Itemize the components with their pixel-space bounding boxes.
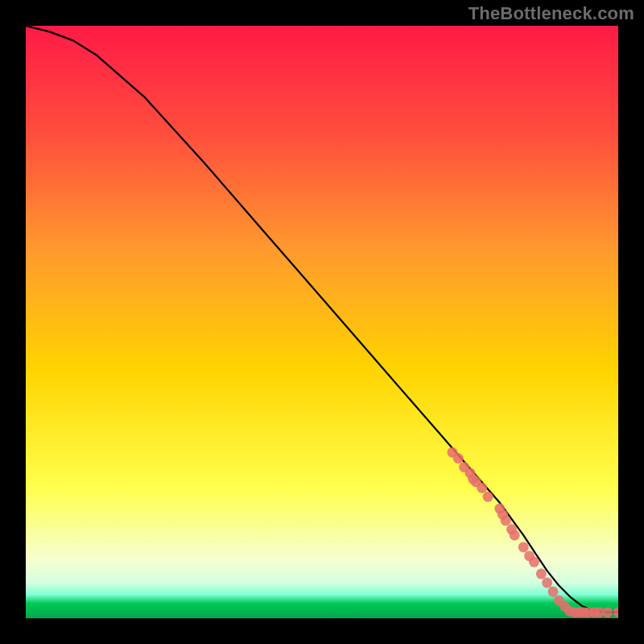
gradient-background [26,26,618,618]
marker-dot [548,586,559,597]
marker-dot [501,515,511,526]
marker-dot [518,542,529,552]
marker-dot [602,607,613,617]
marker-dot [453,453,464,464]
marker-dot [510,530,520,540]
marker-dot [483,492,493,502]
marker-dot [542,577,552,588]
marker-dot [536,568,547,579]
marker-dot [529,557,539,568]
chart-svg [26,26,618,618]
chart-container: TheBottleneck.com [0,0,644,644]
watermark-text: TheBottleneck.com [469,3,634,24]
marker-dot [477,483,487,493]
plot-area [26,26,618,618]
